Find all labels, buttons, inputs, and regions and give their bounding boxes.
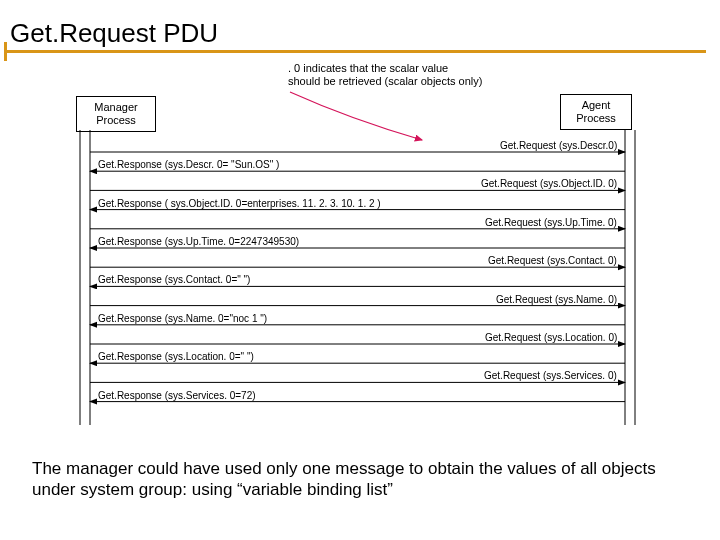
request-label: Get.Request (sys.Up.Time. 0) (485, 217, 617, 228)
sequence-diagram: Get.Request (sys.Descr.0)Get.Response (s… (70, 130, 650, 430)
agent-label-1: Agent (571, 99, 621, 112)
agent-label-2: Process (571, 112, 621, 125)
request-label: Get.Request (sys.Descr.0) (500, 140, 617, 151)
agent-process-box: Agent Process (560, 94, 632, 130)
response-label: Get.Response (sys.Services. 0=72) (98, 390, 256, 401)
manager-label-2: Process (87, 114, 145, 127)
response-label: Get.Response (sys.Up.Time. 0=2247349530) (98, 236, 299, 247)
request-label: Get.Request (sys.Name. 0) (496, 294, 617, 305)
scalar-annotation: . 0 indicates that the scalar value shou… (288, 62, 482, 88)
response-label: Get.Response ( sys.Object.ID. 0=enterpri… (98, 198, 381, 209)
manager-label-1: Manager (87, 101, 145, 114)
manager-process-box: Manager Process (76, 96, 156, 132)
page-title: Get.Request PDU (6, 18, 222, 49)
title-bar: Get.Request PDU (6, 18, 222, 48)
response-label: Get.Response (sys.Name. 0="noc 1 ") (98, 313, 267, 324)
response-label: Get.Response (sys.Contact. 0=" ") (98, 274, 250, 285)
request-label: Get.Request (sys.Object.ID. 0) (481, 178, 617, 189)
annotation-line2: should be retrieved (scalar objects only… (288, 75, 482, 88)
request-label: Get.Request (sys.Location. 0) (485, 332, 617, 343)
response-label: Get.Response (sys.Descr. 0= "Sun.OS" ) (98, 159, 279, 170)
title-underline (6, 50, 706, 53)
request-label: Get.Request (sys.Services. 0) (484, 370, 617, 381)
response-label: Get.Response (sys.Location. 0=" ") (98, 351, 254, 362)
footer-note: The manager could have used only one mes… (32, 458, 672, 501)
request-label: Get.Request (sys.Contact. 0) (488, 255, 617, 266)
annotation-line1: . 0 indicates that the scalar value (288, 62, 482, 75)
